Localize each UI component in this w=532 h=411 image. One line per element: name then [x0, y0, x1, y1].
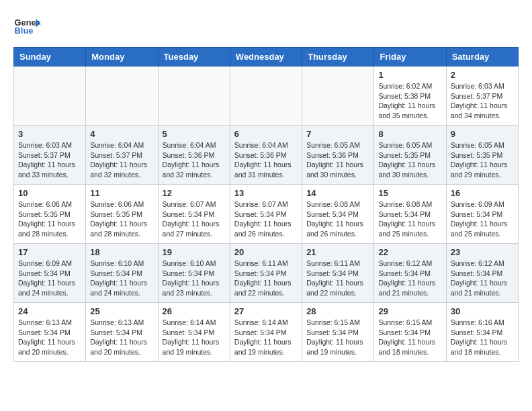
day-info: Sunrise: 6:10 AM Sunset: 5:34 PM Dayligh… [90, 259, 153, 298]
weekday-header-tuesday: Tuesday [158, 48, 230, 66]
calendar-day-27: 27Sunrise: 6:14 AM Sunset: 5:34 PM Dayli… [230, 303, 302, 362]
calendar-day-empty [230, 66, 302, 126]
day-number: 24 [18, 306, 81, 316]
day-number: 5 [163, 129, 226, 139]
calendar-day-7: 7Sunrise: 6:05 AM Sunset: 5:36 PM Daylig… [302, 126, 374, 185]
day-info: Sunrise: 6:06 AM Sunset: 5:35 PM Dayligh… [90, 199, 153, 239]
calendar-day-5: 5Sunrise: 6:04 AM Sunset: 5:36 PM Daylig… [158, 126, 230, 185]
day-number: 21 [306, 247, 369, 257]
day-info: Sunrise: 6:12 AM Sunset: 5:34 PM Dayligh… [451, 259, 514, 298]
day-info: Sunrise: 6:03 AM Sunset: 5:37 PM Dayligh… [18, 140, 81, 180]
calendar-day-12: 12Sunrise: 6:07 AM Sunset: 5:34 PM Dayli… [158, 185, 230, 244]
calendar-day-23: 23Sunrise: 6:12 AM Sunset: 5:34 PM Dayli… [446, 244, 518, 303]
calendar-day-1: 1Sunrise: 6:02 AM Sunset: 5:38 PM Daylig… [374, 66, 446, 126]
calendar-week-3: 10Sunrise: 6:06 AM Sunset: 5:35 PM Dayli… [14, 185, 519, 244]
day-number: 23 [451, 247, 514, 257]
day-info: Sunrise: 6:13 AM Sunset: 5:34 PM Dayligh… [90, 318, 153, 357]
weekday-header-thursday: Thursday [302, 48, 374, 66]
day-info: Sunrise: 6:15 AM Sunset: 5:34 PM Dayligh… [306, 318, 369, 357]
day-number: 4 [90, 129, 153, 139]
day-number: 25 [90, 306, 153, 316]
day-info: Sunrise: 6:02 AM Sunset: 5:38 PM Dayligh… [378, 81, 441, 121]
day-info: Sunrise: 6:14 AM Sunset: 5:34 PM Dayligh… [163, 318, 226, 357]
weekday-header-friday: Friday [374, 48, 446, 66]
calendar-day-24: 24Sunrise: 6:13 AM Sunset: 5:34 PM Dayli… [14, 303, 86, 362]
day-number: 18 [90, 247, 153, 257]
calendar-day-22: 22Sunrise: 6:12 AM Sunset: 5:34 PM Dayli… [374, 244, 446, 303]
calendar-day-25: 25Sunrise: 6:13 AM Sunset: 5:34 PM Dayli… [86, 303, 158, 362]
day-info: Sunrise: 6:09 AM Sunset: 5:34 PM Dayligh… [451, 199, 514, 239]
page-header: General Blue [13, 13, 519, 40]
calendar-day-17: 17Sunrise: 6:09 AM Sunset: 5:34 PM Dayli… [14, 244, 86, 303]
day-number: 30 [451, 306, 514, 316]
calendar-day-9: 9Sunrise: 6:05 AM Sunset: 5:35 PM Daylig… [446, 126, 518, 185]
calendar-day-18: 18Sunrise: 6:10 AM Sunset: 5:34 PM Dayli… [86, 244, 158, 303]
day-info: Sunrise: 6:10 AM Sunset: 5:34 PM Dayligh… [163, 259, 226, 298]
day-info: Sunrise: 6:15 AM Sunset: 5:34 PM Dayligh… [378, 318, 441, 357]
day-number: 17 [18, 247, 81, 257]
day-number: 28 [306, 306, 369, 316]
day-info: Sunrise: 6:08 AM Sunset: 5:34 PM Dayligh… [378, 199, 441, 239]
day-number: 8 [378, 129, 441, 139]
day-info: Sunrise: 6:11 AM Sunset: 5:34 PM Dayligh… [234, 259, 298, 298]
calendar-day-30: 30Sunrise: 6:16 AM Sunset: 5:34 PM Dayli… [446, 303, 518, 362]
weekday-header-wednesday: Wednesday [230, 48, 302, 66]
calendar-day-empty [302, 66, 374, 126]
day-info: Sunrise: 6:05 AM Sunset: 5:35 PM Dayligh… [378, 140, 441, 180]
day-info: Sunrise: 6:07 AM Sunset: 5:34 PM Dayligh… [163, 199, 226, 239]
calendar-table: SundayMondayTuesdayWednesdayThursdayFrid… [13, 47, 519, 362]
calendar-week-5: 24Sunrise: 6:13 AM Sunset: 5:34 PM Dayli… [14, 303, 519, 362]
day-info: Sunrise: 6:13 AM Sunset: 5:34 PM Dayligh… [18, 318, 81, 357]
day-number: 3 [18, 129, 81, 139]
weekday-header-row: SundayMondayTuesdayWednesdayThursdayFrid… [14, 48, 519, 66]
day-number: 22 [378, 247, 441, 257]
day-info: Sunrise: 6:04 AM Sunset: 5:37 PM Dayligh… [90, 140, 153, 180]
day-number: 11 [90, 188, 153, 198]
day-number: 6 [234, 129, 298, 139]
day-number: 2 [451, 70, 514, 80]
logo-icon: General Blue [13, 13, 40, 40]
day-number: 27 [234, 306, 298, 316]
calendar-day-10: 10Sunrise: 6:06 AM Sunset: 5:35 PM Dayli… [14, 185, 86, 244]
day-number: 19 [163, 247, 226, 257]
calendar-day-28: 28Sunrise: 6:15 AM Sunset: 5:34 PM Dayli… [302, 303, 374, 362]
calendar-body: 1Sunrise: 6:02 AM Sunset: 5:38 PM Daylig… [14, 66, 519, 362]
calendar-day-15: 15Sunrise: 6:08 AM Sunset: 5:34 PM Dayli… [374, 185, 446, 244]
svg-text:Blue: Blue [15, 26, 34, 36]
calendar-day-2: 2Sunrise: 6:03 AM Sunset: 5:37 PM Daylig… [446, 66, 518, 126]
day-number: 14 [306, 188, 369, 198]
calendar-day-3: 3Sunrise: 6:03 AM Sunset: 5:37 PM Daylig… [14, 126, 86, 185]
day-info: Sunrise: 6:14 AM Sunset: 5:34 PM Dayligh… [234, 318, 298, 357]
day-info: Sunrise: 6:08 AM Sunset: 5:34 PM Dayligh… [306, 199, 369, 239]
day-number: 12 [163, 188, 226, 198]
calendar-day-19: 19Sunrise: 6:10 AM Sunset: 5:34 PM Dayli… [158, 244, 230, 303]
logo: General Blue [13, 13, 40, 40]
day-number: 20 [234, 247, 298, 257]
day-number: 10 [18, 188, 81, 198]
weekday-header-saturday: Saturday [446, 48, 518, 66]
calendar-day-13: 13Sunrise: 6:07 AM Sunset: 5:34 PM Dayli… [230, 185, 302, 244]
day-number: 1 [378, 70, 441, 80]
day-info: Sunrise: 6:09 AM Sunset: 5:34 PM Dayligh… [18, 259, 81, 298]
day-info: Sunrise: 6:05 AM Sunset: 5:36 PM Dayligh… [306, 140, 369, 180]
calendar-week-2: 3Sunrise: 6:03 AM Sunset: 5:37 PM Daylig… [14, 126, 519, 185]
day-info: Sunrise: 6:04 AM Sunset: 5:36 PM Dayligh… [163, 140, 226, 180]
day-info: Sunrise: 6:03 AM Sunset: 5:37 PM Dayligh… [451, 81, 514, 121]
day-number: 16 [451, 188, 514, 198]
day-number: 13 [234, 188, 298, 198]
calendar-day-empty [14, 66, 86, 126]
calendar-day-empty [158, 66, 230, 126]
day-number: 26 [163, 306, 226, 316]
calendar-day-11: 11Sunrise: 6:06 AM Sunset: 5:35 PM Dayli… [86, 185, 158, 244]
day-info: Sunrise: 6:07 AM Sunset: 5:34 PM Dayligh… [234, 199, 298, 239]
calendar-week-4: 17Sunrise: 6:09 AM Sunset: 5:34 PM Dayli… [14, 244, 519, 303]
day-info: Sunrise: 6:11 AM Sunset: 5:34 PM Dayligh… [306, 259, 369, 298]
calendar-day-8: 8Sunrise: 6:05 AM Sunset: 5:35 PM Daylig… [374, 126, 446, 185]
calendar-day-20: 20Sunrise: 6:11 AM Sunset: 5:34 PM Dayli… [230, 244, 302, 303]
day-info: Sunrise: 6:06 AM Sunset: 5:35 PM Dayligh… [18, 199, 81, 239]
calendar-day-14: 14Sunrise: 6:08 AM Sunset: 5:34 PM Dayli… [302, 185, 374, 244]
day-number: 29 [378, 306, 441, 316]
calendar-day-6: 6Sunrise: 6:04 AM Sunset: 5:36 PM Daylig… [230, 126, 302, 185]
calendar-header: SundayMondayTuesdayWednesdayThursdayFrid… [14, 48, 519, 66]
day-info: Sunrise: 6:16 AM Sunset: 5:34 PM Dayligh… [451, 318, 514, 357]
